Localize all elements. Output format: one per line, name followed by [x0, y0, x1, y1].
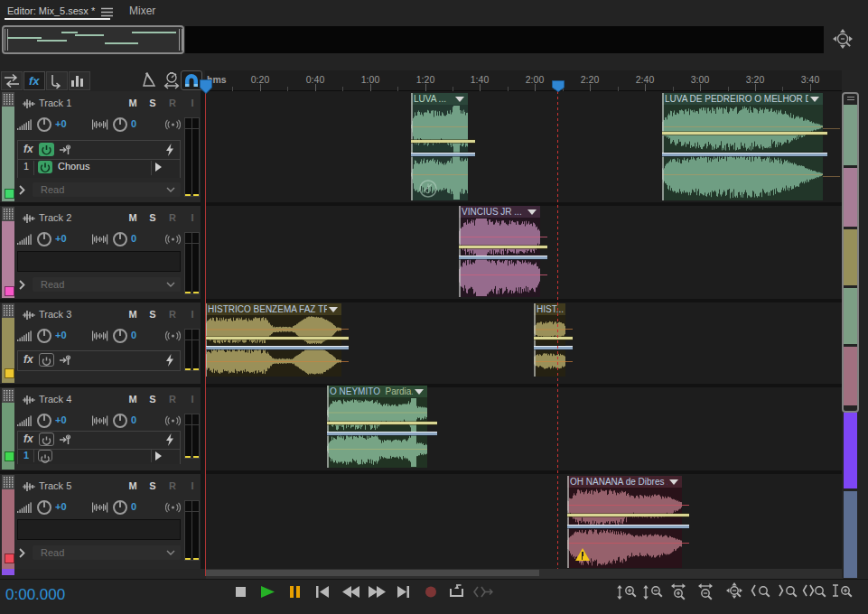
svg-text:fx: fx [29, 74, 40, 88]
